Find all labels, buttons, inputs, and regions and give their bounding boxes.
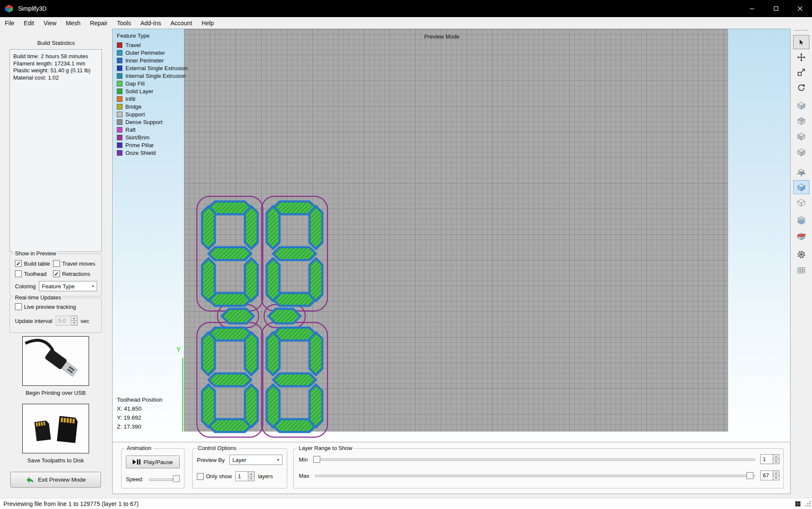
checkbox-label: Travel moves	[62, 260, 95, 267]
maximize-icon	[773, 6, 779, 11]
speed-slider-handle[interactable]	[173, 475, 180, 482]
menu-item-account[interactable]: Account	[166, 18, 197, 28]
legend-swatch	[117, 65, 122, 71]
select-tool-button[interactable]	[793, 35, 809, 49]
preview-canvas[interactable]: Y	[112, 29, 791, 442]
toolbar-drag-handle[interactable]	[794, 30, 808, 31]
axes-cube-icon	[797, 167, 806, 177]
legend-swatch	[117, 119, 122, 125]
translate-tool-button[interactable]	[793, 50, 809, 64]
max-label: Max	[299, 473, 309, 479]
checkbox-mark: ✓	[15, 260, 22, 267]
max-layer-slider[interactable]	[315, 475, 755, 477]
scale-icon	[797, 68, 806, 77]
toolhead-checkbox[interactable]: Toolhead	[15, 270, 47, 277]
legend-label: Internal Single Extrusion	[125, 73, 186, 79]
top-view-button[interactable]	[793, 114, 809, 128]
machine-control-panel-button[interactable]	[793, 263, 809, 277]
side-view-button[interactable]	[793, 145, 809, 159]
maximize-button[interactable]	[764, 0, 788, 17]
legend-label: Infill	[125, 96, 135, 102]
legend-item: Prime Pillar	[117, 141, 187, 149]
default-view-button[interactable]	[793, 98, 809, 112]
preview-by-dropdown[interactable]: Layer ▼	[229, 455, 283, 465]
cube-top-icon	[797, 116, 806, 126]
legend-item: Infill	[117, 95, 187, 103]
stat-build-time: Build time: 2 hours 58 minutes	[13, 53, 98, 60]
speed-slider[interactable]	[149, 479, 173, 481]
resize-grip-icon[interactable]	[805, 501, 811, 507]
menu-item-help[interactable]: Help	[197, 18, 219, 28]
spinner-down-icon[interactable]: ▼	[773, 459, 779, 464]
rotate-tool-button[interactable]	[793, 80, 809, 95]
only-show-checkbox[interactable]: Only show	[197, 473, 232, 480]
spinner-down-icon[interactable]: ▼	[71, 320, 77, 325]
model-view-button[interactable]	[793, 180, 809, 194]
stat-material-cost: Material cost: 1.02	[13, 74, 98, 82]
max-layer-value[interactable]: 67	[760, 471, 773, 480]
menu-bar: File Edit View Mesh Repair Tools Add-Ins…	[0, 17, 812, 29]
close-button[interactable]	[788, 0, 812, 17]
spinner-arrows: ▲ ▼	[248, 471, 255, 481]
spinner-up-icon[interactable]: ▲	[773, 471, 779, 475]
update-interval-input[interactable]: 5.0	[56, 316, 71, 326]
back-arrow-icon	[26, 476, 34, 483]
checkbox-label: Retractions	[62, 271, 90, 277]
legend-swatch	[117, 73, 122, 79]
layer-preview-button[interactable]	[793, 213, 809, 227]
coloring-dropdown-value: Feature Type	[42, 283, 74, 290]
menu-item-addins[interactable]: Add-Ins	[136, 18, 166, 28]
cross-section-button[interactable]	[793, 229, 809, 243]
settings-button[interactable]	[793, 247, 809, 261]
checkbox-mark	[15, 303, 22, 310]
play-pause-button[interactable]: Play/Pause	[126, 456, 180, 468]
exit-preview-mode-button[interactable]: Exit Preview Mode	[10, 472, 101, 488]
legend-swatch	[117, 150, 122, 156]
min-label: Min	[299, 456, 308, 463]
title-bar: Simplify3D	[0, 0, 812, 17]
menu-item-repair[interactable]: Repair	[85, 18, 112, 28]
coordinate-axes-view-button[interactable]	[793, 165, 809, 179]
build-statistics-box: Build time: 2 hours 58 minutes Filament …	[9, 49, 102, 252]
min-slider-handle[interactable]	[313, 456, 320, 463]
grid-table-icon	[797, 266, 806, 275]
only-show-spinbox[interactable]: 1 ▲ ▼	[235, 471, 255, 481]
min-layer-slider[interactable]	[315, 459, 755, 461]
scale-tool-button[interactable]	[793, 65, 809, 79]
spinner-up-icon[interactable]: ▲	[71, 316, 77, 320]
update-interval-spinbox[interactable]: 5.0 ▲ ▼	[56, 316, 77, 326]
legend-item: Inner Perimeter	[117, 56, 187, 64]
control-options-group: Control Options Preview By Layer ▼ Only …	[192, 448, 287, 488]
wireframe-view-button[interactable]	[793, 195, 809, 210]
minimize-button[interactable]	[740, 0, 764, 17]
menu-item-tools[interactable]: Tools	[112, 18, 136, 28]
legend-swatch	[117, 127, 122, 133]
spinner-up-icon[interactable]: ▲	[773, 455, 779, 459]
menu-item-view[interactable]: View	[39, 18, 61, 28]
min-layer-value[interactable]: 1	[760, 454, 773, 464]
menu-item-mesh[interactable]: Mesh	[61, 18, 85, 28]
menu-item-file[interactable]: File	[0, 18, 19, 28]
live-preview-tracking-checkbox[interactable]: Live preview tracking	[15, 303, 76, 310]
legend-swatch	[117, 112, 122, 117]
build-table-checkbox[interactable]: ✓ Build table	[15, 260, 50, 267]
spinner-down-icon[interactable]: ▼	[248, 476, 254, 481]
front-view-button[interactable]	[793, 129, 809, 143]
checkbox-label: Toolhead	[24, 271, 47, 277]
only-show-value[interactable]: 1	[235, 471, 248, 481]
play-pause-label: Play/Pause	[143, 459, 173, 465]
preview-by-value: Layer	[232, 457, 247, 463]
travel-moves-checkbox[interactable]: Travel moves	[53, 260, 95, 267]
retractions-checkbox[interactable]: ✓ Retractions	[53, 270, 90, 277]
max-layer-spinbox[interactable]: 67 ▲ ▼	[760, 471, 779, 480]
spinner-down-icon[interactable]: ▼	[773, 475, 779, 480]
min-layer-spinbox[interactable]: 1 ▲ ▼	[760, 454, 779, 464]
max-slider-handle[interactable]	[747, 472, 753, 479]
simplify3d-window: Simplify3D File Edit View Mesh Repair To…	[0, 0, 812, 509]
begin-printing-usb-button[interactable]: Begin Printing over USB	[22, 336, 89, 396]
usb-cable-icon	[22, 336, 89, 386]
spinner-up-icon[interactable]: ▲	[248, 472, 254, 476]
menu-item-edit[interactable]: Edit	[19, 18, 39, 28]
save-toolpaths-button[interactable]: Save Toolpaths to Disk	[22, 404, 89, 464]
coloring-dropdown[interactable]: Feature Type ▼	[39, 281, 97, 291]
